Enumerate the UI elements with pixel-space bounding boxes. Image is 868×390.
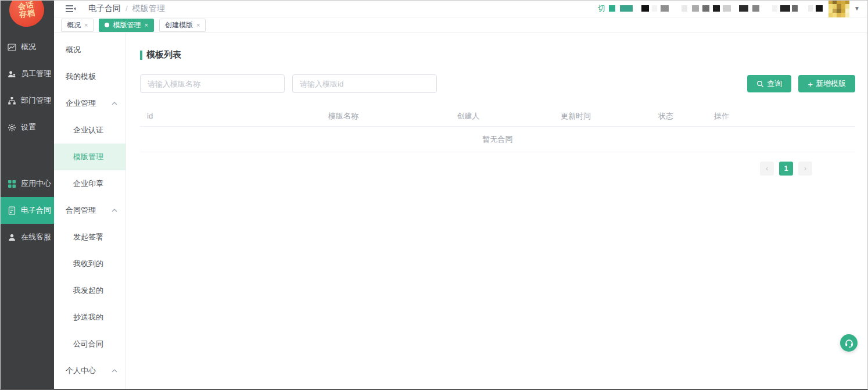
sidebar-item-label: 部门管理: [21, 95, 51, 106]
sidebar-item-online-service[interactable]: 在线客服: [0, 224, 54, 251]
breadcrumb-current: 模版管理: [132, 3, 165, 14]
sidebar-item-settings[interactable]: 设置: [0, 114, 54, 141]
submenu-label: 合同管理: [66, 205, 96, 216]
column-header-update-time: 更新时间: [523, 111, 628, 121]
submenu-item-cc-me[interactable]: 抄送我的: [54, 304, 125, 331]
filter-row: 查询 + 新增模版: [140, 74, 855, 93]
breadcrumb-root[interactable]: 电子合同: [88, 3, 121, 14]
sidebar-item-label: 设置: [21, 122, 36, 133]
submenu-item-template-management[interactable]: 模版管理: [54, 144, 125, 170]
submenu-label: 我的模板: [66, 71, 96, 82]
close-icon[interactable]: ×: [84, 22, 88, 28]
page-title: 模板列表: [140, 49, 855, 60]
user-avatar[interactable]: [828, 0, 849, 17]
app-logo[interactable]: 会话 存档: [7, 0, 46, 29]
action-buttons: 查询 + 新增模版: [747, 75, 855, 92]
overview-chart-icon: [8, 43, 16, 52]
close-icon[interactable]: ×: [196, 22, 200, 28]
sidebar-item-label: 应用中心: [21, 178, 51, 189]
open-tabs-bar: 概况 × 模版管理 × 创建模版 ×: [54, 17, 868, 33]
header-right: 切 ▼: [598, 0, 860, 17]
tab-create-template[interactable]: 创建模版 ×: [159, 19, 206, 32]
headset-icon: [844, 338, 854, 348]
sidebar-item-app-center[interactable]: 应用中心: [0, 170, 54, 197]
submenu-label: 企业认证: [73, 125, 103, 135]
pagination-next-button[interactable]: ›: [798, 162, 812, 176]
primary-sidebar: 会话 存档 概况 员工管理 部门管理 设置 应用中心 电子合同: [0, 0, 54, 390]
contract-icon: [8, 206, 16, 215]
template-name-input[interactable]: [140, 74, 285, 93]
pagination-page-1[interactable]: 1: [779, 162, 793, 176]
submenu-item-received[interactable]: 我收到的: [54, 251, 125, 277]
customer-service-button[interactable]: [840, 334, 858, 352]
submenu-label: 我收到的: [73, 259, 103, 269]
column-header-template-name: 模版名称: [274, 111, 413, 121]
submenu-item-company-contracts[interactable]: 公司合同: [54, 331, 125, 357]
create-button-label: 新增模版: [816, 78, 846, 89]
pagination-prev-button[interactable]: ‹: [760, 162, 774, 176]
service-icon: [8, 233, 16, 242]
pagination: ‹ 1 ›: [140, 162, 855, 176]
submenu-label: 模版管理: [73, 152, 103, 162]
submenu-label: 个人中心: [66, 366, 96, 376]
table-empty-state: 暂无合同: [140, 127, 855, 152]
sidebar-item-departments[interactable]: 部门管理: [0, 87, 54, 114]
search-icon: [756, 80, 764, 88]
tab-label: 创建模版: [165, 20, 193, 30]
tab-template-management[interactable]: 模版管理 ×: [99, 19, 153, 32]
column-header-actions: 操作: [704, 111, 855, 121]
sidebar-item-label: 电子合同: [21, 205, 51, 216]
sidebar-collapse-icon[interactable]: [66, 5, 76, 13]
app-center-icon: [8, 180, 16, 188]
chevron-down-icon[interactable]: ▼: [854, 5, 860, 12]
departments-icon: [8, 96, 16, 105]
table-header-row: id 模版名称 创建人 更新时间 状态 操作: [140, 106, 855, 127]
primary-menu: 概况 员工管理 部门管理 设置 应用中心 电子合同 在线客服: [0, 34, 54, 251]
column-header-id: id: [140, 112, 274, 120]
sidebar-item-overview[interactable]: 概况: [0, 34, 54, 60]
logo-line2: 存档: [19, 9, 36, 19]
create-template-button[interactable]: + 新增模版: [798, 75, 855, 92]
sidebar-item-employees[interactable]: 员工管理: [0, 60, 54, 87]
top-header: 电子合同 / 模版管理 切 ▼: [54, 0, 868, 17]
column-header-creator: 创建人: [413, 111, 523, 121]
chevron-up-icon: [112, 209, 117, 212]
sidebar-item-label: 在线客服: [21, 232, 51, 242]
submenu-label: 我发起的: [73, 285, 103, 296]
redacted-blocks: [607, 5, 823, 12]
submenu-label: 发起签署: [73, 232, 103, 242]
settings-gear-icon: [8, 123, 16, 132]
chevron-up-icon: [112, 369, 117, 373]
submenu-item-personal-center[interactable]: 个人中心: [54, 357, 125, 384]
tab-label: 概况: [67, 20, 81, 30]
secondary-sidebar: 概况 我的模板 企业管理 企业认证 模版管理 企业印章 合同管理 发起签署 我收…: [54, 33, 126, 390]
submenu-item-contract-management[interactable]: 合同管理: [54, 197, 125, 224]
sidebar-item-label: 概况: [21, 42, 36, 52]
chevron-up-icon: [112, 102, 117, 105]
submenu-label: 企业管理: [66, 98, 96, 109]
submenu-item-enterprise-auth[interactable]: 企业认证: [54, 117, 125, 144]
active-tab-dot: [105, 23, 109, 27]
submenu-label: 公司合同: [73, 339, 103, 349]
submenu-item-initiated[interactable]: 我发起的: [54, 277, 125, 304]
tab-label: 模版管理: [113, 20, 141, 30]
switch-enterprise-text[interactable]: 切: [598, 3, 605, 14]
column-header-status: 状态: [628, 111, 704, 121]
main-content: 模板列表 查询 + 新增模版 id 模版名称 创建人 更新时间 状态 操作 暂无…: [126, 33, 868, 390]
submenu-item-my-templates[interactable]: 我的模板: [54, 63, 125, 90]
submenu-item-initiate-signing[interactable]: 发起签署: [54, 224, 125, 251]
search-button-label: 查询: [767, 78, 782, 89]
sidebar-item-econtract[interactable]: 电子合同: [0, 197, 54, 224]
submenu-item-enterprise-management[interactable]: 企业管理: [54, 90, 125, 117]
sidebar-spacer: [0, 141, 54, 170]
employees-icon: [8, 70, 16, 78]
template-id-input[interactable]: [292, 74, 437, 93]
sidebar-item-label: 员工管理: [21, 69, 51, 79]
plus-icon: +: [808, 80, 813, 88]
submenu-item-overview[interactable]: 概况: [54, 37, 125, 63]
search-button[interactable]: 查询: [747, 75, 791, 92]
submenu-item-enterprise-seal[interactable]: 企业印章: [54, 170, 125, 197]
submenu-label: 抄送我的: [73, 312, 103, 323]
tab-overview[interactable]: 概况 ×: [61, 19, 94, 32]
close-icon[interactable]: ×: [144, 22, 148, 28]
